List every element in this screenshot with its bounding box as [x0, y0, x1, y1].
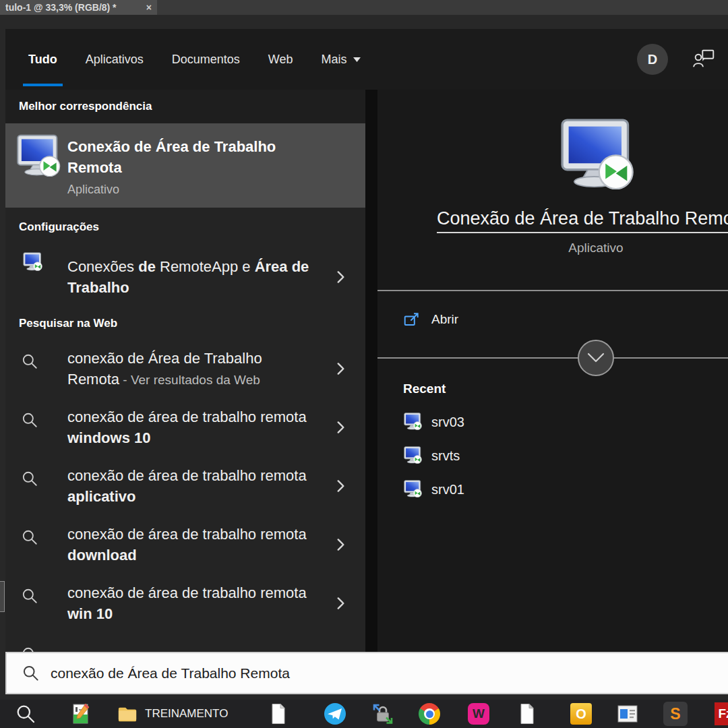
search-header: TudoAplicativosDocumentosWebMais D	[5, 29, 728, 90]
web-suggestion-text: conexão de área de trabalho remota aplic…	[67, 465, 313, 507]
section-label: Configurações	[19, 220, 99, 234]
recent-item-label: srvts	[431, 448, 460, 464]
user-avatar[interactable]: D	[637, 44, 668, 75]
recent-header: Recent	[403, 382, 446, 396]
web-suggestion-item[interactable]: conexão de área de trabalho remota downl…	[5, 515, 365, 574]
recent-item-label: srv01	[431, 482, 464, 497]
search-icon	[21, 353, 38, 370]
web-suggestion-item[interactable]: conexão de área de trabalho remota windo…	[5, 398, 365, 456]
search-icon	[21, 411, 38, 429]
outlook-icon[interactable]: O	[570, 703, 592, 725]
web-suggestion-item[interactable]: conexão de área de trabalho remota aplic…	[5, 456, 365, 515]
web-suggestion-text: conexão de área de trabalho remota windo…	[67, 406, 313, 448]
chevron-right-icon	[332, 419, 349, 436]
search-results-panel: Melhor correspondência Conexão de Área d…	[5, 90, 365, 694]
search-icon	[21, 587, 38, 605]
web-suggestion-text: conexão de área de trabalho remota downl…	[67, 524, 313, 566]
best-match-title: Conexão de Área de Trabalho Remota	[67, 136, 300, 178]
dropdown-arrow-icon	[353, 57, 361, 63]
recent-item-label: srv03	[431, 415, 464, 430]
settings-item-remoteapp[interactable]: Conexões de RemoteApp e Área de Trabalho	[5, 246, 365, 308]
recent-item[interactable]: srv01	[377, 473, 728, 506]
chevron-down-icon	[587, 353, 605, 363]
close-icon[interactable]: ×	[146, 2, 152, 13]
open-action[interactable]: Abrir	[377, 307, 728, 335]
windows-search-flyout: TudoAplicativosDocumentosWebMais D Melho…	[5, 29, 728, 694]
tab-aplicativos[interactable]: Aplicativos	[86, 29, 144, 90]
search-icon	[22, 664, 40, 682]
section-settings: Configurações	[5, 208, 365, 246]
tab-mais[interactable]: Mais	[321, 29, 361, 90]
feedback-icon[interactable]	[693, 49, 715, 69]
rdp-icon	[403, 446, 422, 464]
section-best-match: Melhor correspondência	[5, 90, 365, 123]
open-label: Abrir	[431, 312, 458, 327]
photoshop-document-tab[interactable]: tulo-1 @ 33,3% (RGB/8) * ×	[0, 0, 157, 15]
best-match-subtitle: Aplicativo	[67, 183, 300, 197]
tab-label: Tudo	[28, 53, 57, 67]
chevron-right-icon	[332, 536, 349, 553]
search-tabs: TudoAplicativosDocumentosWebMais	[28, 29, 361, 90]
chrome-center	[424, 708, 435, 719]
web-suggestions-list: conexão de Área de Trabalho Remota - Ver…	[5, 339, 365, 691]
tab-label: Documentos	[172, 53, 240, 67]
chevron-right-icon	[332, 360, 349, 377]
search-icon[interactable]	[15, 703, 36, 725]
tab-label: Mais	[321, 53, 346, 67]
photoshop-tab-bar: tulo-1 @ 33,3% (RGB/8) * ×	[0, 0, 728, 15]
greenshot-icon[interactable]	[70, 703, 92, 725]
tab-tudo[interactable]: Tudo	[28, 29, 57, 90]
tab-label: Web	[268, 53, 293, 67]
taskbar: TREINAMENTO W O S Fz	[0, 700, 728, 728]
best-match-item[interactable]: Conexão de Área de Trabalho Remota Aplic…	[5, 123, 365, 208]
web-suggestion-item[interactable]: conexão de Área de Trabalho Remota - Ver…	[5, 339, 365, 398]
taskbar-search-box[interactable]	[5, 652, 728, 694]
preview-subtitle: Aplicativo	[377, 241, 728, 255]
open-external-icon	[403, 311, 421, 329]
sublime-text-icon[interactable]: S	[663, 702, 688, 726]
rdp-icon	[403, 480, 422, 497]
section-label: Melhor correspondência	[19, 100, 152, 113]
web-suggestion-text: conexão de Área de Trabalho Remota - Ver…	[67, 347, 313, 390]
telegram-icon[interactable]	[324, 703, 346, 725]
divider	[377, 357, 728, 359]
preview-panel: Conexão de Área de Trabalho Remota Aplic…	[377, 90, 728, 694]
settings-item-text: Conexões de RemoteApp e Área de Trabalho	[67, 256, 318, 298]
recent-list: srv03srvtssrv01	[377, 405, 728, 506]
app-window-icon[interactable]	[617, 705, 638, 723]
taskbar-folder-label[interactable]: TREINAMENTO	[145, 700, 228, 728]
chevron-right-icon	[332, 595, 349, 612]
recent-item[interactable]: srv03	[377, 405, 728, 439]
chevron-right-icon	[332, 477, 349, 495]
libreoffice-document-icon[interactable]	[516, 703, 538, 725]
expand-preview-button[interactable]	[578, 340, 614, 376]
remoteapp-icon	[22, 252, 42, 271]
search-input[interactable]	[51, 665, 728, 681]
section-label: Pesquisar na Web	[19, 317, 117, 330]
filezilla-icon[interactable]: Fz	[715, 702, 728, 725]
tab-documentos[interactable]: Documentos	[172, 29, 240, 90]
chrome-icon[interactable]	[419, 703, 440, 725]
rdp-icon	[15, 134, 61, 177]
search-icon	[21, 470, 38, 487]
tab-label: Aplicativos	[86, 53, 144, 67]
photoshop-document-title: tulo-1 @ 33,3% (RGB/8) *	[5, 2, 142, 13]
section-web-search: Pesquisar na Web	[5, 308, 365, 339]
avatar-letter: D	[648, 52, 657, 67]
preview-title-link[interactable]: Conexão de Área de Trabalho Remota	[437, 208, 728, 233]
document-icon[interactable]	[268, 703, 289, 725]
web-suggestion-item[interactable]: conexão de área de trabalho remota win 1…	[5, 574, 365, 632]
lock-sync-icon[interactable]	[372, 703, 394, 725]
divider	[377, 290, 728, 291]
search-icon	[21, 528, 38, 546]
rdp-icon	[403, 413, 422, 430]
best-match-text: Conexão de Área de Trabalho Remota Aplic…	[67, 136, 300, 197]
rdp-icon-large	[557, 118, 634, 189]
web-suggestion-text: conexão de área de trabalho remota win 1…	[67, 582, 313, 624]
wampserver-icon[interactable]: W	[468, 703, 489, 725]
chevron-right-icon	[332, 268, 349, 286]
folder-icon[interactable]	[117, 704, 138, 723]
recent-item[interactable]: srvts	[377, 439, 728, 473]
photoshop-toolbar-fragment	[0, 581, 5, 612]
tab-web[interactable]: Web	[268, 29, 293, 90]
